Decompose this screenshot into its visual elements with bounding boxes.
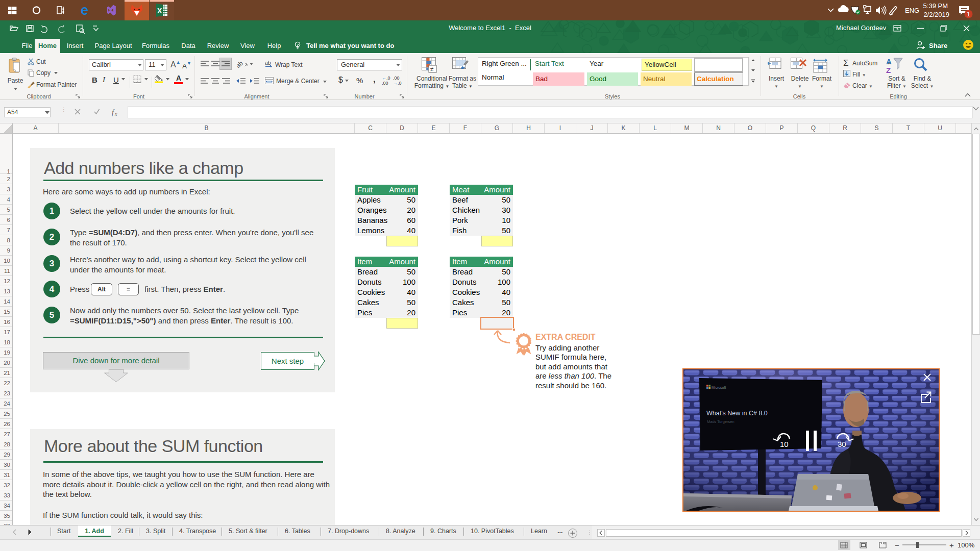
svg-text:Mads Torgersen: Mads Torgersen (707, 419, 734, 424)
svg-text:What's New in C# 8.0: What's New in C# 8.0 (706, 410, 768, 417)
svg-text:30: 30 (838, 440, 846, 448)
svg-text:e: e (81, 3, 88, 18)
svg-text:ab: ab (237, 60, 244, 68)
svg-text:X: X (157, 7, 162, 15)
svg-text:≠: ≠ (430, 66, 434, 73)
svg-text:1: 1 (967, 11, 970, 18)
svg-text:Z: Z (886, 66, 891, 74)
svg-text:2/2/2019: 2/2/2019 (923, 11, 949, 18)
svg-text:ENG: ENG (905, 7, 919, 14)
svg-text:5:39 PM: 5:39 PM (923, 2, 948, 10)
svg-text:A: A (886, 57, 892, 66)
svg-text:10: 10 (780, 440, 789, 448)
svg-text:x: x (114, 111, 117, 117)
svg-text:Microsoft: Microsoft (712, 386, 726, 389)
svg-text:ab: ab (265, 60, 271, 66)
